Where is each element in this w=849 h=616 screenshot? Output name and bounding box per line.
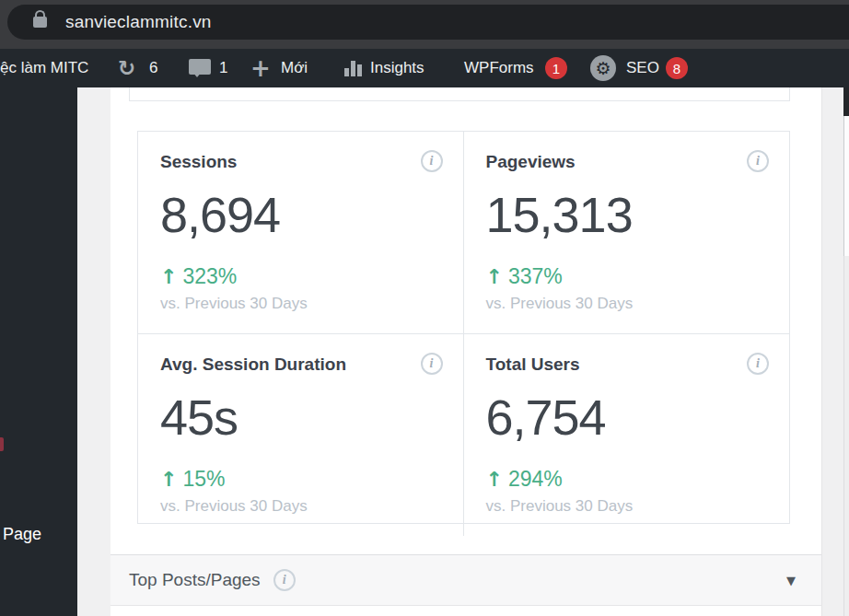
sidebar-item-page[interactable]: Page — [3, 525, 41, 544]
info-icon[interactable]: i — [421, 150, 443, 172]
up-arrow-icon: ↑ — [160, 265, 177, 288]
up-arrow-icon: ↑ — [160, 468, 177, 491]
info-icon[interactable]: i — [747, 150, 769, 172]
scrollbar-track[interactable] — [843, 256, 849, 616]
seo-badge: 8 — [666, 49, 688, 87]
stat-change-percent: 337% — [508, 264, 563, 289]
scrollbar-dark-cap — [843, 87, 849, 116]
lock-body — [33, 17, 47, 28]
updates-icon: ↻ — [118, 56, 135, 80]
stat-title: Avg. Session Duration — [160, 354, 441, 375]
browser-chrome: sanvieclammitc.vn — [0, 0, 849, 49]
stat-change-percent: 323% — [182, 264, 237, 289]
bar-chart-icon — [344, 61, 362, 76]
stat-change: ↑ 294% — [486, 467, 768, 492]
admin-bar-new-label[interactable]: Mới — [281, 49, 308, 87]
stat-value: 6,754 — [486, 389, 768, 446]
admin-bar-updates-count[interactable]: 6 — [149, 49, 157, 87]
stat-card-pageviews: Pageviews i 15,313 ↑ 337% vs. Previous 3… — [464, 132, 790, 334]
up-arrow-icon: ↑ — [486, 468, 503, 491]
admin-bar-seo[interactable]: ⚙ — [590, 49, 616, 87]
admin-bar-seo-label[interactable]: SEO — [626, 49, 659, 87]
comments-icon — [189, 59, 211, 75]
wpforms-badge: 1 — [545, 49, 567, 87]
dashboard-panel: Sessions i 8,694 ↑ 323% vs. Previous 30 … — [110, 87, 822, 616]
overview-stats-grid: Sessions i 8,694 ↑ 323% vs. Previous 30 … — [137, 131, 790, 524]
stat-compare: vs. Previous 30 Days — [160, 497, 441, 516]
url-bar[interactable]: sanvieclammitc.vn — [7, 5, 849, 40]
scrollbar-thumb[interactable] — [843, 116, 849, 256]
info-icon[interactable]: i — [747, 353, 769, 375]
stat-value: 15,313 — [486, 186, 768, 243]
seo-gear-icon: ⚙ — [590, 55, 616, 81]
admin-bar-new[interactable]: + — [250, 49, 271, 87]
admin-bar-site-name[interactable]: ệc làm MITC — [0, 49, 88, 87]
stat-title: Total Users — [486, 354, 768, 375]
admin-bar-insights[interactable] — [344, 49, 362, 87]
previous-widget-edge — [129, 87, 790, 101]
wp-admin-bar: ệc làm MITC ↻ 6 1 + Mới Insights WPForms… — [0, 49, 849, 87]
top-posts-pages-header[interactable]: Top Posts/Pages i ▼ — [110, 554, 821, 606]
admin-bar-updates[interactable]: ↻ — [118, 49, 135, 87]
admin-bar-wpforms[interactable]: WPForms — [464, 49, 534, 87]
stat-card-avg-session-duration: Avg. Session Duration i 45s ↑ 15% vs. Pr… — [138, 334, 464, 536]
stat-change: ↑ 323% — [160, 264, 441, 289]
admin-bar-comments-count[interactable]: 1 — [219, 49, 227, 87]
chevron-down-icon[interactable]: ▼ — [786, 574, 796, 587]
section-title: Top Posts/Pages — [129, 570, 261, 590]
plus-icon: + — [250, 54, 271, 82]
info-icon[interactable]: i — [421, 353, 443, 375]
stat-value: 8,694 — [160, 186, 441, 243]
stat-change-percent: 294% — [508, 467, 563, 492]
stat-title: Pageviews — [486, 152, 768, 172]
stat-value: 45s — [160, 389, 441, 446]
up-arrow-icon: ↑ — [486, 265, 503, 288]
stat-title: Sessions — [160, 152, 441, 172]
stat-change: ↑ 337% — [486, 264, 768, 289]
admin-bar-comments[interactable] — [189, 49, 211, 87]
url-text: sanvieclammitc.vn — [65, 12, 212, 32]
stat-change-percent: 15% — [182, 467, 225, 492]
stat-change: ↑ 15% — [160, 467, 441, 492]
admin-bar-insights-label[interactable]: Insights — [370, 49, 424, 87]
stat-compare: vs. Previous 30 Days — [486, 295, 768, 313]
info-icon[interactable]: i — [273, 569, 296, 591]
stat-compare: vs. Previous 30 Days — [160, 295, 441, 313]
stat-card-total-users: Total Users i 6,754 ↑ 294% vs. Previous … — [464, 334, 790, 536]
lock-icon[interactable] — [33, 17, 47, 29]
stat-card-sessions: Sessions i 8,694 ↑ 323% vs. Previous 30 … — [138, 132, 464, 334]
sidebar-notification-sliver — [0, 437, 4, 451]
screen: sanvieclammitc.vn ệc làm MITC ↻ 6 1 + Mớ… — [0, 0, 849, 616]
stat-compare: vs. Previous 30 Days — [486, 497, 768, 516]
